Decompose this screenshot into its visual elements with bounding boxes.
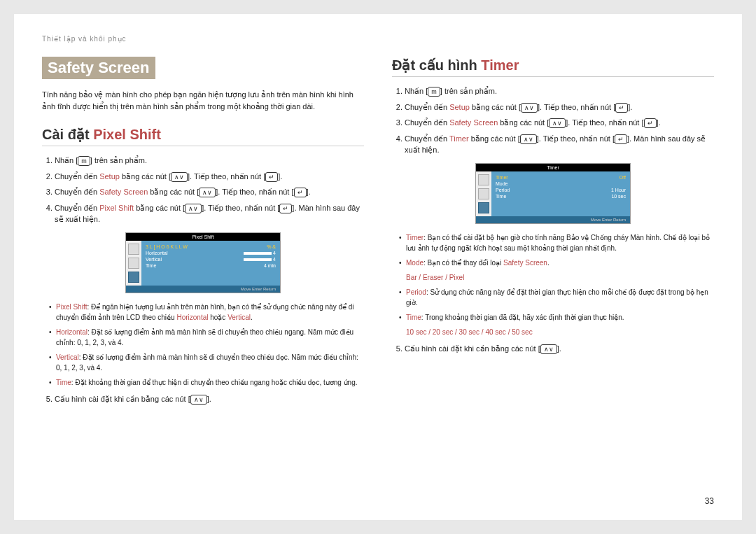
step-4: Chuyển đến Timer bằng các nút [∧∨]. Tiếp… xyxy=(405,133,714,156)
slider-icon xyxy=(244,252,272,255)
bullet: Horizontal: Đặt số lượng điểm ảnh mà màn… xyxy=(49,327,364,348)
intro-text: Tính năng bảo vệ màn hình cho phép bạn n… xyxy=(42,89,364,112)
bullet: Timer: Bạn có thể cài đặt bộ hẹn giờ cho… xyxy=(399,232,714,253)
osd-pixel-shift: Pixel Shift 3 L [ H O 6 K L L W% & Horiz… xyxy=(125,232,281,293)
osd-row: Vertical 4 xyxy=(146,256,276,262)
step-2: Chuyển đến Setup bằng các nút [∧∨]. Tiếp… xyxy=(55,171,364,183)
step-1: Nhấn [m] trên sản phẩm. xyxy=(55,155,364,167)
osd-title: Pixel Shift xyxy=(126,233,280,241)
step-5: Cấu hình cài đặt khi cần bằng các nút [∧… xyxy=(405,343,714,355)
osd-icon xyxy=(478,174,489,185)
enter-icon: ↵ xyxy=(615,134,627,144)
heading-pixel-shift: Cài đặt Pixel Shift xyxy=(42,126,364,143)
step-3: Chuyển đến Safety Screen bằng các nút [∧… xyxy=(55,186,364,198)
updown-icon: ∧∨ xyxy=(190,395,207,405)
page-number: 33 xyxy=(705,496,714,506)
updown-icon: ∧∨ xyxy=(199,188,216,197)
osd-row: TimerOff xyxy=(496,174,626,181)
bullets-pixel-shift: Pixel Shift: Để ngăn hiện tượng lưu ảnh … xyxy=(42,302,364,388)
bullet-sub: Bar / Eraser / Pixel xyxy=(399,272,714,283)
gear-icon xyxy=(478,202,489,213)
osd-icon xyxy=(128,258,139,269)
steps-pixel-shift-cont: Cấu hình cài đặt khi cần bằng các nút [∧… xyxy=(42,393,364,405)
enter-icon: ↵ xyxy=(644,118,657,128)
page: Thiết lập và khôi phục Safety Screen Tín… xyxy=(14,14,742,520)
osd-main: 3 L [ H O 6 K L L W% & Horizontal 4 Vert… xyxy=(141,241,280,286)
updown-icon: ∧∨ xyxy=(171,172,188,182)
osd-icon xyxy=(478,188,489,199)
menu-icon: m xyxy=(78,156,90,166)
steps-timer: Nhấn [m] trên sản phẩm. Chuyển đến Setup… xyxy=(392,85,714,156)
osd-footer: Move Enter Return xyxy=(126,286,280,293)
steps-timer-cont: Cấu hình cài đặt khi cần bằng các nút [∧… xyxy=(392,343,714,355)
osd-main: TimerOff Mode Period1 Hour Time10 sec xyxy=(491,171,630,216)
enter-icon: ↵ xyxy=(279,204,292,213)
updown-icon: ∧∨ xyxy=(520,134,537,144)
left-column: Safety Screen Tính năng bảo vệ màn hình … xyxy=(42,57,364,412)
divider xyxy=(42,146,364,146)
step-3: Chuyển đến Safety Screen bằng các nút [∧… xyxy=(405,117,714,129)
osd-row: Horizontal 4 xyxy=(146,250,276,256)
osd-row: Time4 min xyxy=(146,262,276,269)
osd-sidebar xyxy=(126,241,141,286)
bullet-sub: 10 sec / 20 sec / 30 sec / 40 sec / 50 s… xyxy=(399,327,714,337)
step-1: Nhấn [m] trên sản phẩm. xyxy=(405,85,714,97)
right-column: Đặt cấu hình Timer Nhấn [m] trên sản phẩ… xyxy=(392,57,714,412)
bullet: Time: Đặt khoảng thời gian để thực hiện … xyxy=(49,377,364,388)
osd-row: Period1 Hour xyxy=(496,187,626,193)
bullet: Vertical: Đặt số lượng điểm ảnh mà màn h… xyxy=(49,352,364,373)
osd-row: Mode xyxy=(496,181,626,187)
updown-icon: ∧∨ xyxy=(540,344,557,354)
updown-icon: ∧∨ xyxy=(185,204,202,213)
osd-sidebar xyxy=(476,171,491,216)
section-banner: Safety Screen xyxy=(42,57,155,79)
enter-icon: ↵ xyxy=(615,103,628,113)
osd-header-row: 3 L [ H O 6 K L L W% & xyxy=(146,244,276,250)
bullet: Time: Trong khoảng thời gian đã đặt, hãy… xyxy=(399,312,714,323)
bullet: Pixel Shift: Để ngăn hiện tượng lưu ảnh … xyxy=(49,302,364,323)
menu-icon: m xyxy=(428,87,440,97)
osd-timer: Timer TimerOff Mode Period1 Hour Time10 … xyxy=(475,163,631,224)
step-2: Chuyển đến Setup bằng các nút [∧∨]. Tiếp… xyxy=(405,101,714,113)
osd-icon xyxy=(128,244,139,255)
steps-pixel-shift: Nhấn [m] trên sản phẩm. Chuyển đến Setup… xyxy=(42,155,364,225)
step-5: Cấu hình cài đặt khi cần bằng các nút [∧… xyxy=(55,393,364,405)
breadcrumb: Thiết lập và khôi phục xyxy=(42,35,714,43)
updown-icon: ∧∨ xyxy=(549,118,566,128)
heading-timer: Đặt cấu hình Timer xyxy=(392,57,714,73)
bullets-timer: Timer: Bạn có thể cài đặt bộ hẹn giờ cho… xyxy=(392,232,714,337)
enter-icon: ↵ xyxy=(265,172,278,182)
bullet: Period: Sử dụng chức năng này để đặt thờ… xyxy=(399,287,714,308)
bullet: Mode: Bạn có thể thay đổi loại Safety Sc… xyxy=(399,258,714,268)
gear-icon xyxy=(128,272,139,283)
enter-icon: ↵ xyxy=(294,188,307,197)
osd-row: Time10 sec xyxy=(496,193,626,199)
osd-title: Timer xyxy=(476,164,630,171)
step-4: Chuyển đến Pixel Shift bằng các nút [∧∨]… xyxy=(55,202,364,225)
slider-icon xyxy=(244,258,272,261)
updown-icon: ∧∨ xyxy=(521,103,538,113)
divider xyxy=(392,76,714,77)
osd-footer: Move Enter Return xyxy=(476,216,630,223)
columns: Safety Screen Tính năng bảo vệ màn hình … xyxy=(42,57,714,412)
